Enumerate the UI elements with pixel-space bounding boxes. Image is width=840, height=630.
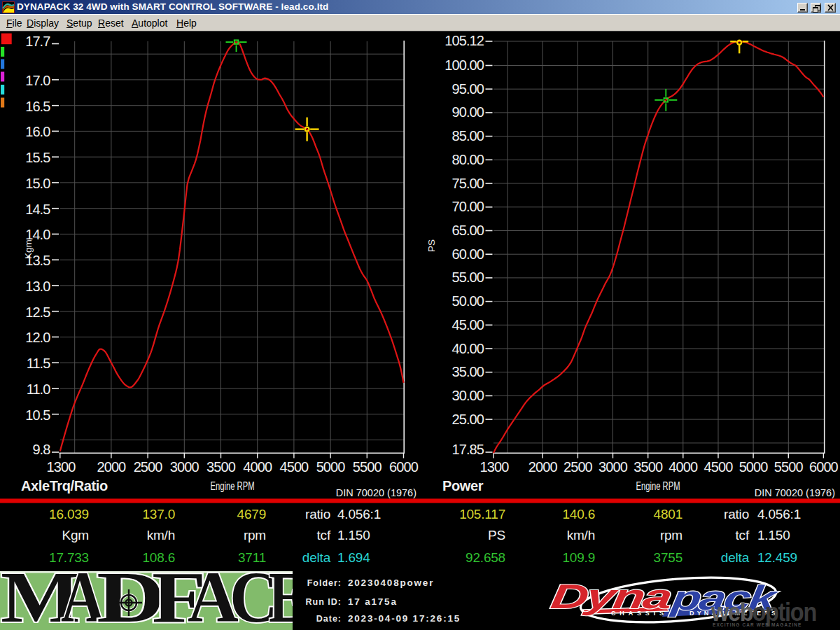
svg-text:17.0: 17.0 [25, 73, 50, 88]
svg-text:4500: 4500 [704, 459, 734, 475]
svg-text:70.00: 70.00 [451, 199, 484, 214]
svg-text:11.5: 11.5 [27, 356, 51, 371]
svg-text:85.00: 85.00 [451, 128, 484, 144]
svg-text:90.00: 90.00 [451, 104, 484, 120]
svg-text:13.0: 13.0 [25, 279, 50, 294]
svg-text:80.00: 80.00 [451, 152, 484, 167]
svg-text:Engine RPM: Engine RPM [211, 479, 255, 492]
svg-text:95.00: 95.00 [451, 81, 484, 97]
svg-text:1300: 1300 [480, 459, 510, 475]
svg-text:2500: 2500 [134, 459, 163, 475]
svg-text:2500: 2500 [564, 459, 593, 475]
svg-text:3000: 3000 [598, 459, 628, 475]
svg-text:105.12: 105.12 [444, 33, 484, 48]
svg-text:30.00: 30.00 [451, 388, 484, 403]
svg-text:17.7: 17.7 [25, 34, 50, 49]
svg-text:12.0: 12.0 [25, 330, 50, 345]
svg-text:5000: 5000 [316, 459, 346, 475]
svg-text:5500: 5500 [774, 459, 804, 475]
svg-text:15.0: 15.0 [25, 176, 50, 191]
svg-text:2000: 2000 [97, 459, 126, 475]
svg-text:9.8: 9.8 [32, 442, 50, 457]
svg-text:100.00: 100.00 [444, 57, 484, 73]
svg-text:75.00: 75.00 [451, 176, 484, 191]
svg-text:60.00: 60.00 [451, 246, 484, 262]
svg-text:AxleTrq/Ratio: AxleTrq/Ratio [21, 478, 108, 493]
svg-text:4000: 4000 [243, 459, 272, 475]
svg-text:55.00: 55.00 [451, 270, 484, 285]
svg-text:10.5: 10.5 [25, 407, 50, 423]
svg-text:Kgm: Kgm [23, 239, 34, 259]
svg-text:4500: 4500 [279, 459, 309, 475]
svg-text:14.5: 14.5 [25, 202, 50, 217]
svg-text:2000: 2000 [528, 459, 558, 475]
svg-text:16.0: 16.0 [25, 124, 50, 139]
svg-text:DIN 70020 (1976): DIN 70020 (1976) [755, 487, 835, 498]
svg-text:1300: 1300 [47, 459, 76, 475]
svg-text:Power: Power [442, 478, 484, 493]
svg-text:3000: 3000 [170, 459, 200, 475]
svg-text:50.00: 50.00 [451, 293, 484, 309]
svg-text:17.85: 17.85 [451, 442, 484, 457]
svg-text:15.5: 15.5 [25, 150, 50, 165]
svg-text:6000: 6000 [389, 459, 419, 475]
svg-text:11.0: 11.0 [27, 382, 51, 397]
svg-text:5500: 5500 [353, 459, 382, 475]
svg-text:Engine RPM: Engine RPM [636, 479, 680, 492]
svg-text:65.00: 65.00 [451, 223, 484, 238]
svg-text:16.5: 16.5 [25, 99, 50, 114]
svg-text:3500: 3500 [206, 459, 236, 475]
svg-text:40.00: 40.00 [451, 341, 484, 356]
svg-text:12.5: 12.5 [25, 304, 50, 320]
svg-text:PS: PS [426, 239, 437, 252]
svg-text:5000: 5000 [739, 459, 769, 475]
svg-text:35.00: 35.00 [451, 364, 484, 379]
svg-text:3500: 3500 [634, 459, 663, 475]
svg-text:45.00: 45.00 [451, 317, 484, 332]
svg-text:DIN 70020 (1976): DIN 70020 (1976) [336, 487, 416, 498]
svg-text:EXCITING CAR WEB MAGAZINE: EXCITING CAR WEB MAGAZINE [713, 622, 802, 627]
svg-text:25.00: 25.00 [451, 412, 484, 427]
svg-text:6000: 6000 [809, 459, 839, 475]
svg-text:4000: 4000 [668, 459, 698, 475]
